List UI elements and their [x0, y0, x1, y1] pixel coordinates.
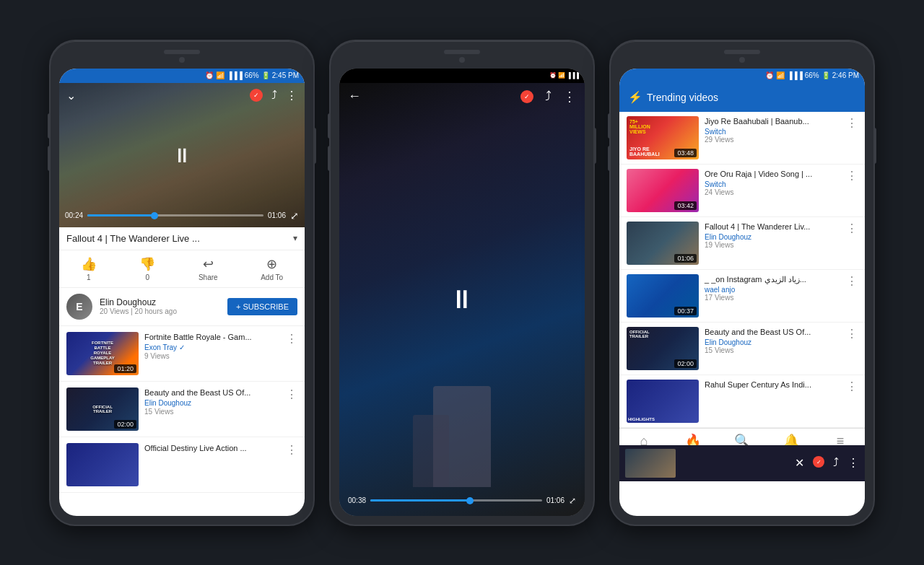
speaker-3 — [724, 50, 760, 54]
trending-item-4[interactable]: 00:37 _ _on Instagram زياد الزيدي... wae… — [619, 270, 865, 323]
trending-item-1[interactable]: 75+MILLIONVIEWS JIYO REBAAHUBALI 03:48 J… — [619, 112, 865, 165]
close-mini-btn[interactable]: ✕ — [795, 456, 804, 470]
video-item-views-fortnite: 9 Views — [144, 352, 280, 360]
trending-item-2[interactable]: 03:42 Ore Oru Raja | Video Song | ... Sw… — [619, 165, 865, 217]
trending-channel-1[interactable]: Switch — [705, 128, 840, 136]
thumbnail-rahul: HIGHLIGHTS — [627, 380, 699, 423]
trending-channel-4[interactable]: wael anjo — [705, 286, 840, 294]
more-icon-trending-3[interactable]: ⋮ — [846, 222, 858, 235]
fullscreen-controls-bottom: 00:38 01:06 ⤢ — [339, 490, 585, 516]
more-icon-trending-5[interactable]: ⋮ — [846, 327, 858, 341]
channel-info-1: E Elin Doughouz 20 Views | 20 hours ago … — [59, 288, 305, 326]
chevron-down-icon-1[interactable]: ▾ — [293, 233, 297, 243]
share-icon-2[interactable]: ⤴ — [545, 89, 552, 104]
record-dot-2: ✓ — [520, 90, 533, 103]
fullscreen-player[interactable]: ⏰ 📶 ▐▐▐ ← ✓ ⤴ ⋮ — [339, 69, 585, 516]
more-icon-trending-4[interactable]: ⋮ — [846, 274, 858, 288]
trending-header: ⚡ Trending videos — [619, 83, 865, 112]
phone-3-screen: ⏰ 📶 ▐▐▐ 66% 🔋 2:46 PM ⚡ Trending videos … — [619, 69, 865, 516]
more-icon-1[interactable]: ⋮ — [286, 89, 297, 102]
share-icon-action-1: ↩ — [203, 256, 214, 272]
time-total-2: 01:06 — [546, 496, 565, 504]
robot-silhouette-2 — [413, 415, 449, 487]
related-video-2[interactable]: OFFICIALTRAILER 02:00 Beauty and the Bea… — [59, 382, 305, 437]
alarm-icon-3: ⏰ — [765, 71, 774, 79]
jiyo-label: JIYO REBAAHUBALI — [629, 146, 660, 157]
share-label-1: Share — [199, 273, 218, 281]
add-to-label-1: Add To — [261, 273, 283, 281]
power-btn-2 — [593, 128, 596, 164]
trending-details-1: Jiyo Re Baahubali | Baanub... Switch 29 … — [705, 116, 840, 144]
minimize-icon-1[interactable]: ⌄ — [66, 89, 76, 102]
expand-icon-2[interactable]: ⤢ — [569, 496, 576, 506]
trending-channel-3[interactable]: Elin Doughouz — [705, 233, 840, 241]
phone-2-screen: ⏰ 📶 ▐▐▐ ← ✓ ⤴ ⋮ — [339, 69, 585, 516]
more-icon-fortnite[interactable]: ⋮ — [286, 332, 297, 346]
more-mini-btn[interactable]: ⋮ — [847, 456, 859, 470]
add-icon-1: ⊕ — [266, 256, 277, 272]
more-icon-2[interactable]: ⋮ — [563, 89, 576, 105]
pause-icon-1[interactable]: ⏸ — [172, 144, 192, 166]
share-mini-btn[interactable]: ⤴ — [833, 456, 839, 470]
progress-bar-1[interactable]: 00:24 01:06 ⤢ — [65, 210, 299, 222]
thumbnail-instagram: 00:37 — [627, 274, 699, 317]
thumb-duration-fortnite: 01:20 — [114, 364, 136, 373]
pause-icon-2[interactable]: ⏸ — [449, 284, 475, 314]
add-to-button-1[interactable]: ⊕ Add To — [261, 256, 283, 281]
thumbnail-fallout-t: 01:06 — [627, 222, 699, 265]
trending-title-6: Rahul Super Century As Indi... — [705, 380, 840, 390]
time-3: 2:46 PM — [832, 71, 859, 79]
time-1: 2:45 PM — [272, 71, 299, 79]
progress-track-2[interactable] — [370, 499, 542, 502]
channel-details-1: Elin Doughouz 20 Views | 20 hours ago — [100, 297, 220, 315]
channel-avatar-1: E — [66, 294, 92, 320]
related-video-1[interactable]: FORTNITEBATTLEROYALEGAMEPLAYTRAILER 01:2… — [59, 326, 305, 382]
pause-btn-2[interactable]: ⏸ — [449, 284, 475, 315]
vol-down-btn-3 — [608, 146, 611, 171]
phone-3: ⏰ 📶 ▐▐▐ 66% 🔋 2:46 PM ⚡ Trending videos … — [609, 40, 875, 526]
related-video-3[interactable]: Official Destiny Live Action ... ⋮ — [59, 437, 305, 493]
trending-title-2: Ore Oru Raja | Video Song | ... — [705, 169, 840, 179]
phone-2: ⏰ 📶 ▐▐▐ ← ✓ ⤴ ⋮ — [329, 40, 595, 526]
more-icon-destiny[interactable]: ⋮ — [286, 443, 297, 457]
more-icon-beauty[interactable]: ⋮ — [286, 387, 297, 401]
subscribe-button-1[interactable]: + SUBSCRIBE — [227, 298, 297, 315]
trending-channel-2[interactable]: Switch — [705, 180, 840, 188]
mini-player[interactable]: ✕ ✓ ⤴ ⋮ — [619, 445, 865, 481]
status-icons-2: ⏰ 📶 ▐▐▐ — [549, 72, 579, 79]
channel-views-1: 20 Views — [100, 307, 128, 315]
dislike-button-1[interactable]: 👎 0 — [139, 256, 155, 281]
progress-bar-2[interactable]: 00:38 01:06 ⤢ — [348, 496, 576, 506]
like-count-1: 1 — [87, 273, 91, 281]
trending-channel-5[interactable]: Elin Doughouz — [705, 338, 840, 346]
video-player-1[interactable]: ⌄ ✓ ⤴ ⋮ ⏸ 00:24 — [59, 83, 305, 227]
more-icon-trending-6[interactable]: ⋮ — [846, 380, 858, 393]
pause-btn-1[interactable]: ⏸ — [172, 143, 192, 167]
trending-list: 75+MILLIONVIEWS JIYO REBAAHUBALI 03:48 J… — [619, 112, 865, 428]
progress-track-1[interactable] — [87, 214, 263, 216]
verified-icon-fortnite: ✓ — [179, 343, 185, 351]
time-elapsed-2: 00:38 — [348, 496, 366, 504]
channel-time-1: 20 hours ago — [135, 307, 177, 315]
vol-up-btn-3 — [608, 113, 611, 139]
trending-item-6[interactable]: HIGHLIGHTS Rahul Super Century As Indi..… — [619, 375, 865, 428]
share-icon-1[interactable]: ⤴ — [271, 89, 277, 102]
power-btn-1 — [313, 128, 316, 164]
video-item-details-destiny: Official Destiny Live Action ... — [144, 443, 280, 455]
video-controls-bottom-1: 00:24 01:06 ⤢ — [59, 210, 305, 227]
progress-thumb-1 — [151, 212, 158, 219]
like-button-1[interactable]: 👍 1 — [81, 256, 97, 281]
dislike-icon-1: 👎 — [139, 256, 155, 272]
beauty-label: OFFICIALTRAILER — [92, 405, 113, 413]
expand-icon-1[interactable]: ⤢ — [290, 210, 299, 222]
trending-details-3: Fallout 4 | The Wanderer Liv... Elin Dou… — [705, 222, 840, 249]
more-icon-trending-2[interactable]: ⋮ — [846, 169, 858, 183]
battery-icon-3: 🔋 — [821, 71, 830, 79]
back-icon[interactable]: ← — [348, 89, 361, 104]
trending-item-5[interactable]: OFFICIALTRAILER 02:00 Beauty and the Bea… — [619, 323, 865, 375]
thumb-bg-rahul: HIGHLIGHTS — [627, 380, 699, 423]
thumb-duration-instagram: 00:37 — [674, 307, 697, 315]
share-button-1[interactable]: ↩ Share — [199, 256, 218, 281]
more-icon-trending-1[interactable]: ⋮ — [846, 116, 858, 130]
trending-item-3[interactable]: 01:06 Fallout 4 | The Wanderer Liv... El… — [619, 217, 865, 270]
